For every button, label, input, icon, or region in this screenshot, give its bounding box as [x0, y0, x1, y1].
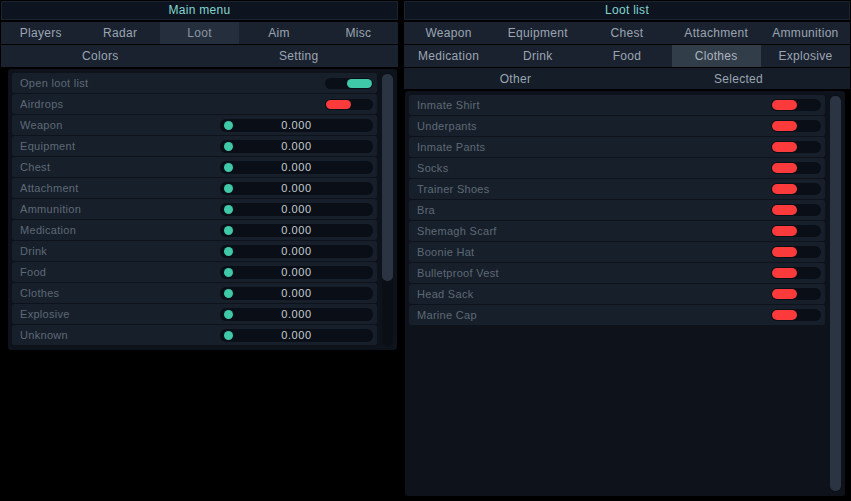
main-menu-tab-aim[interactable]: Aim: [239, 22, 318, 44]
main-menu-scrollbar-thumb[interactable]: [382, 74, 393, 281]
loot-tab-ammunition[interactable]: Ammunition: [761, 22, 850, 44]
loot-tab-selected[interactable]: Selected: [627, 68, 850, 89]
toggle-knob: [772, 310, 797, 320]
loot-tab-medication[interactable]: Medication: [404, 45, 493, 67]
loot-list-scrollbar-thumb[interactable]: [830, 96, 841, 491]
main-menu-row-weapon[interactable]: Weapon0.000: [12, 115, 377, 135]
slider-value: 0.000: [281, 308, 312, 320]
main-menu-row-food[interactable]: Food0.000: [12, 262, 377, 282]
loot-item-row-head-sack[interactable]: Head Sack: [409, 284, 825, 304]
main-menu-subtab-setting[interactable]: Setting: [200, 45, 399, 67]
toggle-switch[interactable]: [771, 309, 821, 321]
loot-item-row-underpants[interactable]: Underpants: [409, 116, 825, 136]
main-menu-row-label: Attachment: [20, 182, 220, 194]
loot-tab-weapon[interactable]: Weapon: [404, 22, 493, 44]
slider-thumb[interactable]: [224, 310, 233, 319]
slider-thumb[interactable]: [224, 205, 233, 214]
loot-item-row-label: Bra: [417, 204, 771, 216]
loot-tab-attachment[interactable]: Attachment: [672, 22, 761, 44]
value-slider[interactable]: 0.000: [220, 182, 373, 195]
loot-tab-food[interactable]: Food: [582, 45, 671, 67]
toggle-switch[interactable]: [771, 267, 821, 279]
value-slider[interactable]: 0.000: [220, 329, 373, 342]
main-menu-row-label: Weapon: [20, 119, 220, 131]
toggle-switch[interactable]: [771, 141, 821, 153]
main-menu-row-attachment[interactable]: Attachment0.000: [12, 178, 377, 198]
loot-item-row-label: Trainer Shoes: [417, 183, 771, 195]
toggle-switch[interactable]: [771, 204, 821, 216]
main-menu-row-unknown[interactable]: Unknown0.000: [12, 325, 377, 345]
value-slider[interactable]: 0.000: [220, 203, 373, 216]
slider-thumb[interactable]: [224, 163, 233, 172]
loot-item-row-inmate-shirt[interactable]: Inmate Shirt: [409, 95, 825, 115]
loot-list-window: Loot list WeaponEquipmentChestAttachment…: [404, 1, 850, 498]
loot-tab-equipment[interactable]: Equipment: [493, 22, 582, 44]
slider-thumb[interactable]: [224, 184, 233, 193]
loot-tab-drink[interactable]: Drink: [493, 45, 582, 67]
main-menu-scrollbar[interactable]: [382, 73, 393, 346]
slider-value: 0.000: [281, 203, 312, 215]
toggle-switch[interactable]: [771, 99, 821, 111]
loot-item-row-boonie-hat[interactable]: Boonie Hat: [409, 242, 825, 262]
value-slider[interactable]: 0.000: [220, 119, 373, 132]
loot-tab-explosive[interactable]: Explosive: [761, 45, 850, 67]
slider-thumb[interactable]: [224, 226, 233, 235]
main-menu-row-medication[interactable]: Medication0.000: [12, 220, 377, 240]
loot-tab-clothes[interactable]: Clothes: [672, 45, 761, 67]
loot-list-title[interactable]: Loot list: [404, 1, 850, 20]
slider-thumb[interactable]: [224, 247, 233, 256]
main-menu-row-clothes[interactable]: Clothes0.000: [12, 283, 377, 303]
value-slider[interactable]: 0.000: [220, 245, 373, 258]
loot-item-row-bra[interactable]: Bra: [409, 200, 825, 220]
toggle-switch[interactable]: [771, 288, 821, 300]
slider-thumb[interactable]: [224, 331, 233, 340]
slider-thumb[interactable]: [224, 268, 233, 277]
main-menu-row-drink[interactable]: Drink0.000: [12, 241, 377, 261]
loot-item-row-label: Bulletproof Vest: [417, 267, 771, 279]
loot-item-row-inmate-pants[interactable]: Inmate Pants: [409, 137, 825, 157]
loot-list-tab-bar-3: OtherSelected: [404, 68, 850, 89]
main-menu-title[interactable]: Main menu: [1, 1, 398, 20]
toggle-switch[interactable]: [325, 99, 373, 110]
loot-item-row-shemagh-scarf[interactable]: Shemagh Scarf: [409, 221, 825, 241]
main-menu-subtab-colors[interactable]: Colors: [1, 45, 200, 67]
value-slider[interactable]: 0.000: [220, 140, 373, 153]
loot-tab-other[interactable]: Other: [404, 68, 627, 89]
main-menu-row-ammunition[interactable]: Ammunition0.000: [12, 199, 377, 219]
main-menu-row-chest[interactable]: Chest0.000: [12, 157, 377, 177]
value-slider[interactable]: 0.000: [220, 224, 373, 237]
slider-thumb[interactable]: [224, 142, 233, 151]
main-menu-tab-loot[interactable]: Loot: [160, 22, 239, 44]
loot-tab-chest[interactable]: Chest: [582, 22, 671, 44]
value-slider[interactable]: 0.000: [220, 266, 373, 279]
toggle-switch[interactable]: [771, 246, 821, 258]
toggle-switch[interactable]: [325, 78, 373, 89]
loot-item-row-trainer-shoes[interactable]: Trainer Shoes: [409, 179, 825, 199]
loot-list-scrollbar[interactable]: [830, 95, 841, 492]
slider-thumb[interactable]: [224, 289, 233, 298]
slider-value: 0.000: [281, 329, 312, 341]
value-slider[interactable]: 0.000: [220, 287, 373, 300]
main-menu-row-airdrops[interactable]: Airdrops: [12, 94, 377, 114]
main-menu-row-label: Medication: [20, 224, 220, 236]
slider-thumb[interactable]: [224, 121, 233, 130]
main-menu-tab-players[interactable]: Players: [1, 22, 80, 44]
value-slider[interactable]: 0.000: [220, 161, 373, 174]
loot-item-row-marine-cap[interactable]: Marine Cap: [409, 305, 825, 325]
toggle-switch[interactable]: [771, 225, 821, 237]
toggle-switch[interactable]: [771, 183, 821, 195]
main-menu-tab-misc[interactable]: Misc: [319, 22, 398, 44]
main-menu-row-open-loot-list[interactable]: Open loot list: [12, 73, 377, 93]
loot-item-row-socks[interactable]: Socks: [409, 158, 825, 178]
toggle-switch[interactable]: [771, 162, 821, 174]
toggle-knob: [772, 205, 797, 215]
slider-value: 0.000: [281, 140, 312, 152]
main-menu-tab-radar[interactable]: Radar: [80, 22, 159, 44]
loot-list-items: Inmate ShirtUnderpantsInmate PantsSocksT…: [409, 95, 825, 492]
value-slider[interactable]: 0.000: [220, 308, 373, 321]
main-menu-row-equipment[interactable]: Equipment0.000: [12, 136, 377, 156]
toggle-switch[interactable]: [771, 120, 821, 132]
main-menu-row-label: Open loot list: [20, 77, 325, 89]
loot-item-row-bulletproof-vest[interactable]: Bulletproof Vest: [409, 263, 825, 283]
main-menu-row-explosive[interactable]: Explosive0.000: [12, 304, 377, 324]
